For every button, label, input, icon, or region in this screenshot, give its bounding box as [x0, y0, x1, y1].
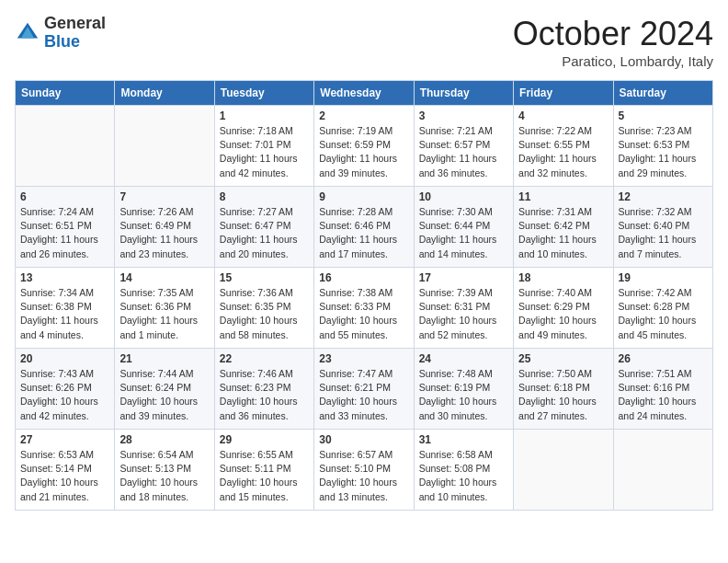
day-info: Sunrise: 6:57 AM Sunset: 5:10 PM Dayligh… [319, 448, 408, 504]
day-number: 11 [518, 190, 608, 203]
logo-text: General Blue [44, 15, 106, 52]
page-header: General Blue October 2024 Paratico, Lomb… [15, 15, 713, 69]
logo-icon [15, 20, 40, 46]
day-info: Sunrise: 7:48 AM Sunset: 6:19 PM Dayligh… [419, 367, 508, 423]
day-number: 19 [619, 271, 708, 284]
calendar-cell: 25Sunrise: 7:50 AM Sunset: 6:18 PM Dayli… [514, 349, 613, 430]
calendar-cell: 5Sunrise: 7:23 AM Sunset: 6:53 PM Daylig… [613, 106, 712, 187]
calendar-week-row: 6Sunrise: 7:24 AM Sunset: 6:51 PM Daylig… [16, 187, 713, 268]
calendar-cell: 19Sunrise: 7:42 AM Sunset: 6:28 PM Dayli… [613, 268, 712, 349]
calendar-cell: 10Sunrise: 7:30 AM Sunset: 6:44 PM Dayli… [414, 187, 513, 268]
calendar-cell [115, 106, 214, 187]
logo-blue: Blue [44, 32, 80, 51]
day-info: Sunrise: 7:32 AM Sunset: 6:40 PM Dayligh… [619, 205, 708, 261]
day-number: 24 [419, 352, 508, 365]
day-number: 8 [220, 190, 309, 203]
logo: General Blue [15, 15, 106, 52]
day-info: Sunrise: 7:19 AM Sunset: 6:59 PM Dayligh… [319, 124, 408, 180]
calendar-cell: 1Sunrise: 7:18 AM Sunset: 7:01 PM Daylig… [214, 106, 313, 187]
calendar-cell [16, 106, 115, 187]
day-number: 9 [319, 190, 408, 203]
day-number: 30 [319, 433, 408, 446]
day-number: 17 [419, 271, 508, 284]
day-info: Sunrise: 7:18 AM Sunset: 7:01 PM Dayligh… [220, 124, 309, 180]
calendar-cell: 29Sunrise: 6:55 AM Sunset: 5:11 PM Dayli… [214, 430, 313, 511]
day-number: 27 [20, 433, 109, 446]
logo-general: General [44, 14, 106, 32]
title-block: October 2024 Paratico, Lombardy, Italy [513, 15, 713, 69]
calendar-week-row: 1Sunrise: 7:18 AM Sunset: 7:01 PM Daylig… [16, 106, 713, 187]
calendar-cell: 7Sunrise: 7:26 AM Sunset: 6:49 PM Daylig… [115, 187, 214, 268]
calendar-cell: 2Sunrise: 7:19 AM Sunset: 6:59 PM Daylig… [314, 106, 414, 187]
day-info: Sunrise: 7:34 AM Sunset: 6:38 PM Dayligh… [20, 286, 109, 342]
calendar-cell: 16Sunrise: 7:38 AM Sunset: 6:33 PM Dayli… [314, 268, 414, 349]
day-of-week-header: Saturday [613, 81, 712, 106]
day-number: 28 [119, 433, 209, 446]
day-of-week-header: Thursday [414, 81, 513, 106]
day-info: Sunrise: 7:51 AM Sunset: 6:16 PM Dayligh… [619, 367, 708, 423]
calendar-cell: 20Sunrise: 7:43 AM Sunset: 6:26 PM Dayli… [16, 349, 115, 430]
calendar-table: SundayMondayTuesdayWednesdayThursdayFrid… [15, 80, 713, 511]
day-number: 15 [220, 271, 309, 284]
day-number: 14 [119, 271, 209, 284]
calendar-cell: 4Sunrise: 7:22 AM Sunset: 6:55 PM Daylig… [514, 106, 613, 187]
day-number: 20 [20, 352, 109, 365]
calendar-cell: 31Sunrise: 6:58 AM Sunset: 5:08 PM Dayli… [414, 430, 513, 511]
day-number: 4 [518, 109, 608, 122]
day-info: Sunrise: 7:42 AM Sunset: 6:28 PM Dayligh… [619, 286, 708, 342]
day-info: Sunrise: 7:23 AM Sunset: 6:53 PM Dayligh… [619, 124, 708, 180]
calendar-cell [514, 430, 613, 511]
calendar-cell: 28Sunrise: 6:54 AM Sunset: 5:13 PM Dayli… [115, 430, 214, 511]
calendar-cell: 6Sunrise: 7:24 AM Sunset: 6:51 PM Daylig… [16, 187, 115, 268]
day-info: Sunrise: 7:46 AM Sunset: 6:23 PM Dayligh… [220, 367, 309, 423]
calendar-cell: 14Sunrise: 7:35 AM Sunset: 6:36 PM Dayli… [115, 268, 214, 349]
day-number: 7 [119, 190, 209, 203]
calendar-cell: 26Sunrise: 7:51 AM Sunset: 6:16 PM Dayli… [613, 349, 712, 430]
day-number: 16 [319, 271, 408, 284]
day-number: 26 [619, 352, 708, 365]
calendar-week-row: 27Sunrise: 6:53 AM Sunset: 5:14 PM Dayli… [16, 430, 713, 511]
calendar-header-row: SundayMondayTuesdayWednesdayThursdayFrid… [16, 81, 713, 106]
day-of-week-header: Friday [514, 81, 613, 106]
day-info: Sunrise: 7:24 AM Sunset: 6:51 PM Dayligh… [20, 205, 109, 261]
day-number: 6 [20, 190, 109, 203]
day-number: 25 [518, 352, 608, 365]
calendar-cell: 22Sunrise: 7:46 AM Sunset: 6:23 PM Dayli… [214, 349, 313, 430]
day-info: Sunrise: 6:58 AM Sunset: 5:08 PM Dayligh… [419, 448, 508, 504]
calendar-cell: 17Sunrise: 7:39 AM Sunset: 6:31 PM Dayli… [414, 268, 513, 349]
day-number: 12 [619, 190, 708, 203]
calendar-cell: 3Sunrise: 7:21 AM Sunset: 6:57 PM Daylig… [414, 106, 513, 187]
day-number: 22 [220, 352, 309, 365]
day-info: Sunrise: 7:36 AM Sunset: 6:35 PM Dayligh… [220, 286, 309, 342]
day-info: Sunrise: 7:47 AM Sunset: 6:21 PM Dayligh… [319, 367, 408, 423]
day-info: Sunrise: 7:38 AM Sunset: 6:33 PM Dayligh… [319, 286, 408, 342]
day-info: Sunrise: 7:40 AM Sunset: 6:29 PM Dayligh… [518, 286, 608, 342]
calendar-cell: 18Sunrise: 7:40 AM Sunset: 6:29 PM Dayli… [514, 268, 613, 349]
day-info: Sunrise: 6:55 AM Sunset: 5:11 PM Dayligh… [220, 448, 309, 504]
day-info: Sunrise: 7:22 AM Sunset: 6:55 PM Dayligh… [518, 124, 608, 180]
calendar-cell: 9Sunrise: 7:28 AM Sunset: 6:46 PM Daylig… [314, 187, 414, 268]
calendar-cell: 13Sunrise: 7:34 AM Sunset: 6:38 PM Dayli… [16, 268, 115, 349]
day-info: Sunrise: 7:50 AM Sunset: 6:18 PM Dayligh… [518, 367, 608, 423]
day-number: 21 [119, 352, 209, 365]
day-info: Sunrise: 7:31 AM Sunset: 6:42 PM Dayligh… [518, 205, 608, 261]
day-info: Sunrise: 7:43 AM Sunset: 6:26 PM Dayligh… [20, 367, 109, 423]
day-of-week-header: Wednesday [314, 81, 414, 106]
calendar-cell: 23Sunrise: 7:47 AM Sunset: 6:21 PM Dayli… [314, 349, 414, 430]
calendar-cell: 30Sunrise: 6:57 AM Sunset: 5:10 PM Dayli… [314, 430, 414, 511]
day-number: 1 [220, 109, 309, 122]
calendar-week-row: 13Sunrise: 7:34 AM Sunset: 6:38 PM Dayli… [16, 268, 713, 349]
day-number: 23 [319, 352, 408, 365]
day-info: Sunrise: 7:39 AM Sunset: 6:31 PM Dayligh… [419, 286, 508, 342]
day-info: Sunrise: 6:54 AM Sunset: 5:13 PM Dayligh… [119, 448, 209, 504]
day-info: Sunrise: 7:30 AM Sunset: 6:44 PM Dayligh… [419, 205, 508, 261]
calendar-cell: 12Sunrise: 7:32 AM Sunset: 6:40 PM Dayli… [613, 187, 712, 268]
day-number: 5 [619, 109, 708, 122]
calendar-cell: 27Sunrise: 6:53 AM Sunset: 5:14 PM Dayli… [16, 430, 115, 511]
day-info: Sunrise: 7:26 AM Sunset: 6:49 PM Dayligh… [119, 205, 209, 261]
day-number: 2 [319, 109, 408, 122]
day-number: 18 [518, 271, 608, 284]
calendar-cell: 8Sunrise: 7:27 AM Sunset: 6:47 PM Daylig… [214, 187, 313, 268]
day-of-week-header: Tuesday [214, 81, 313, 106]
day-info: Sunrise: 7:28 AM Sunset: 6:46 PM Dayligh… [319, 205, 408, 261]
